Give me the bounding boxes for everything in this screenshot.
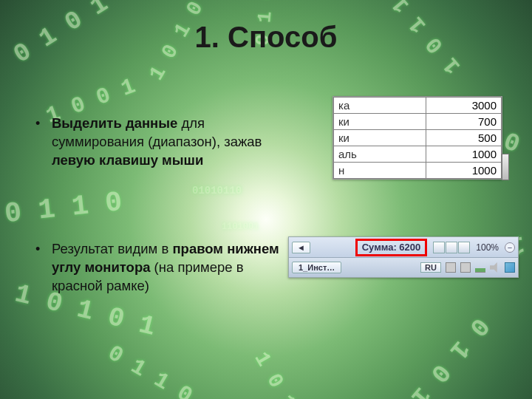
slide: 0 1 0 1 1 1 0 0 1 0 1 1 0 1 0 1 0 1 0 1 … bbox=[0, 0, 532, 399]
zoom-percent: 100% bbox=[476, 242, 499, 253]
tray-network-icon bbox=[475, 262, 485, 273]
bullet-1-bold-2: левую клавишу мыши bbox=[52, 152, 203, 168]
tray-cube-icon bbox=[505, 262, 515, 273]
zoom-minus-icon: − bbox=[505, 242, 515, 253]
screenshot-selected-range: ка3000 ки700 ки500 аль1000 н1000 bbox=[332, 96, 502, 180]
scrollbar-fragment bbox=[502, 154, 509, 180]
bullet-list: Выделить данные для суммирования (диапаз… bbox=[35, 115, 279, 366]
view-normal-icon bbox=[433, 242, 445, 253]
range-table: ка3000 ки700 ки500 аль1000 н1000 bbox=[333, 97, 502, 179]
windows-taskbar: 1_Инст… RU bbox=[289, 258, 518, 277]
tray-speaker-icon bbox=[490, 262, 500, 273]
table-row: аль1000 bbox=[334, 146, 502, 163]
sum-highlight-box: Сумма: 6200 bbox=[355, 239, 428, 256]
taskbar-app-button: 1_Инст… bbox=[292, 262, 341, 273]
bullet-1-bold-1: Выделить данные bbox=[52, 115, 177, 131]
view-break-icon bbox=[458, 242, 470, 253]
screenshot-statusbar: ◄ Сумма: 6200 100% − 1_Инст… RU bbox=[288, 236, 519, 278]
slide-title: 1. Способ bbox=[0, 21, 532, 54]
excel-statusbar: ◄ Сумма: 6200 100% − bbox=[289, 237, 518, 258]
bullet-2-text-1: Результат видим в bbox=[52, 241, 172, 256]
table-row: ки700 bbox=[334, 114, 502, 130]
view-mode-buttons bbox=[433, 242, 470, 253]
sheet-nav-icon: ◄ bbox=[292, 242, 310, 253]
table-row: ки500 bbox=[334, 130, 502, 146]
sum-value-label: Сумма: 6200 bbox=[362, 242, 421, 253]
language-indicator: RU bbox=[420, 262, 441, 273]
bullet-2: Результат видим в правом нижнем углу мон… bbox=[35, 240, 279, 296]
tray-shield-icon bbox=[460, 262, 471, 273]
tray-flag-icon bbox=[446, 262, 456, 273]
bullet-1: Выделить данные для суммирования (диапаз… bbox=[35, 115, 279, 170]
table-row: н1000 bbox=[334, 163, 502, 179]
table-row: ка3000 bbox=[334, 98, 502, 114]
view-layout-icon bbox=[446, 242, 457, 253]
